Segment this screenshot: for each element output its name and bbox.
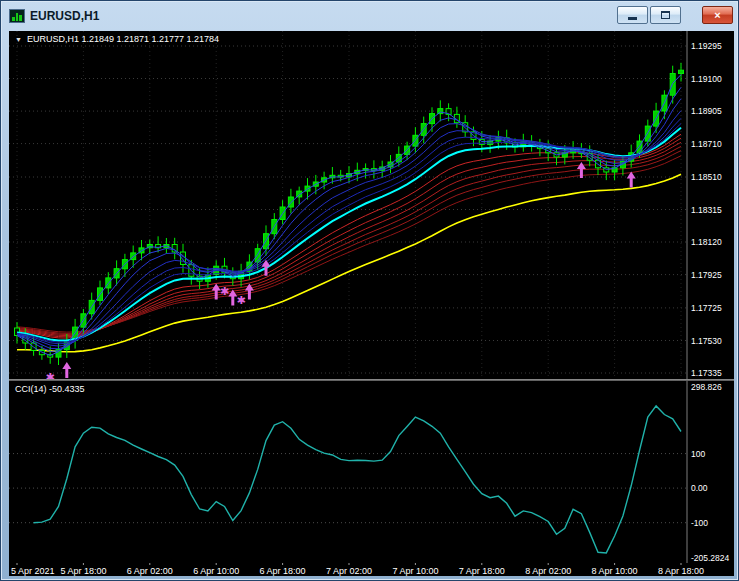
cci-chart[interactable]: 298.8261000.00-100-205.2824 [9, 381, 734, 563]
svg-text:7 Apr 18:00: 7 Apr 18:00 [459, 566, 505, 576]
svg-text:1.18510: 1.18510 [691, 172, 722, 182]
maximize-icon [661, 11, 670, 19]
buy-arrow-icon [627, 172, 636, 188]
svg-text:7 Apr 02:00: 7 Apr 02:00 [326, 566, 372, 576]
close-icon: × [714, 10, 720, 21]
price-axis: 1.192951.191001.189051.187101.185101.183… [687, 31, 722, 379]
svg-text:-205.2824: -205.2824 [691, 553, 730, 563]
signal-star-icon: ✱ [236, 294, 245, 306]
app-icon [9, 9, 25, 23]
buy-arrow-icon [262, 260, 271, 276]
price-chart[interactable]: ✱✱✱1.192951.191001.189051.187101.185101.… [9, 31, 734, 379]
window-controls: × [615, 6, 733, 24]
signal-star-icon: ✱ [46, 371, 55, 379]
signal-markers: ✱✱✱ [46, 162, 636, 379]
price-grid [9, 31, 687, 379]
svg-text:8 Apr 18:00: 8 Apr 18:00 [658, 566, 704, 576]
svg-text:1.17725: 1.17725 [691, 303, 722, 313]
buy-arrow-icon [62, 362, 71, 378]
svg-text:8 Apr 10:00: 8 Apr 10:00 [592, 566, 638, 576]
cci-panel[interactable]: 298.8261000.00-100-205.2824 CCI(14) -50.… [9, 381, 734, 563]
svg-text:5 Apr 2021: 5 Apr 2021 [11, 566, 55, 576]
time-axis-labels: 5 Apr 20215 Apr 18:006 Apr 02:006 Apr 10… [11, 563, 704, 576]
svg-text:7 Apr 10:00: 7 Apr 10:00 [392, 566, 438, 576]
cci-line [34, 406, 681, 553]
svg-text:1.19100: 1.19100 [691, 74, 722, 84]
svg-text:1.17925: 1.17925 [691, 270, 722, 280]
maximize-button[interactable] [650, 6, 681, 24]
svg-text:6 Apr 18:00: 6 Apr 18:00 [260, 566, 306, 576]
svg-text:0.00: 0.00 [691, 483, 708, 493]
close-button[interactable]: × [702, 6, 733, 24]
minimize-icon [628, 17, 637, 20]
window-title: EURUSD,H1 [30, 9, 99, 23]
svg-text:1.18120: 1.18120 [691, 237, 722, 247]
svg-text:1.18315: 1.18315 [691, 205, 722, 215]
svg-text:1.17530: 1.17530 [691, 336, 722, 346]
svg-text:298.826: 298.826 [691, 382, 722, 392]
chart-client-area: ✱✱✱1.192951.191001.189051.187101.185101.… [9, 31, 734, 576]
signal-star-icon: ✱ [220, 285, 229, 297]
svg-text:1.18905: 1.18905 [691, 106, 722, 116]
minimize-button[interactable] [617, 6, 648, 24]
svg-text:1.19295: 1.19295 [691, 41, 722, 51]
svg-text:6 Apr 10:00: 6 Apr 10:00 [193, 566, 239, 576]
cci-levels [9, 454, 687, 523]
svg-text:-100: -100 [691, 518, 708, 528]
price-chart-panel[interactable]: ✱✱✱1.192951.191001.189051.187101.185101.… [9, 31, 734, 379]
cci-axis: 298.8261000.00-100-205.2824 [687, 381, 730, 563]
time-axis-scale[interactable]: 5 Apr 20215 Apr 18:006 Apr 02:006 Apr 10… [9, 563, 734, 576]
title-bar[interactable]: EURUSD,H1 [5, 4, 628, 28]
svg-text:5 Apr 18:00: 5 Apr 18:00 [60, 566, 106, 576]
svg-text:1.17335: 1.17335 [691, 368, 722, 378]
svg-text:1.18710: 1.18710 [691, 139, 722, 149]
svg-text:100: 100 [691, 449, 705, 459]
time-axis[interactable]: 5 Apr 20215 Apr 18:006 Apr 02:006 Apr 10… [9, 563, 734, 576]
svg-text:8 Apr 02:00: 8 Apr 02:00 [525, 566, 571, 576]
svg-text:6 Apr 02:00: 6 Apr 02:00 [127, 566, 173, 576]
chart-window: EURUSD,H1 × ✱✱✱1.192951.191001.189051.18… [0, 0, 739, 581]
